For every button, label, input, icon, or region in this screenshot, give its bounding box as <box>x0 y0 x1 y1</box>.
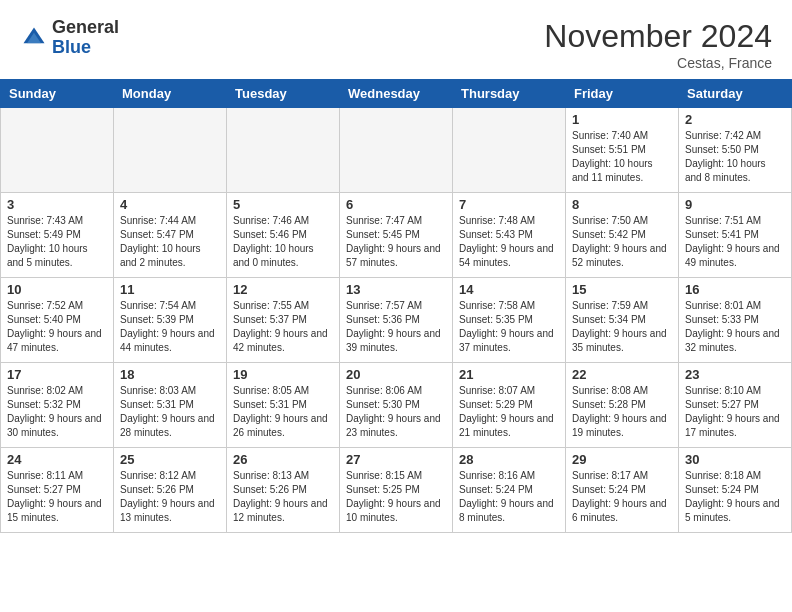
calendar-cell: 17Sunrise: 8:02 AM Sunset: 5:32 PM Dayli… <box>1 363 114 448</box>
logo-blue: Blue <box>52 37 91 57</box>
calendar-cell: 15Sunrise: 7:59 AM Sunset: 5:34 PM Dayli… <box>566 278 679 363</box>
day-number: 17 <box>7 367 107 382</box>
day-number: 20 <box>346 367 446 382</box>
day-number: 19 <box>233 367 333 382</box>
day-info: Sunrise: 7:43 AM Sunset: 5:49 PM Dayligh… <box>7 214 107 270</box>
day-number: 5 <box>233 197 333 212</box>
calendar-cell: 13Sunrise: 7:57 AM Sunset: 5:36 PM Dayli… <box>340 278 453 363</box>
day-info: Sunrise: 8:07 AM Sunset: 5:29 PM Dayligh… <box>459 384 559 440</box>
week-row-5: 24Sunrise: 8:11 AM Sunset: 5:27 PM Dayli… <box>1 448 792 533</box>
day-number: 18 <box>120 367 220 382</box>
day-info: Sunrise: 7:54 AM Sunset: 5:39 PM Dayligh… <box>120 299 220 355</box>
day-number: 15 <box>572 282 672 297</box>
day-info: Sunrise: 7:40 AM Sunset: 5:51 PM Dayligh… <box>572 129 672 185</box>
day-info: Sunrise: 8:16 AM Sunset: 5:24 PM Dayligh… <box>459 469 559 525</box>
day-info: Sunrise: 7:44 AM Sunset: 5:47 PM Dayligh… <box>120 214 220 270</box>
title-block: November 2024 Cestas, France <box>544 18 772 71</box>
calendar-cell: 2Sunrise: 7:42 AM Sunset: 5:50 PM Daylig… <box>679 108 792 193</box>
day-info: Sunrise: 8:13 AM Sunset: 5:26 PM Dayligh… <box>233 469 333 525</box>
calendar: SundayMondayTuesdayWednesdayThursdayFrid… <box>0 79 792 533</box>
day-number: 23 <box>685 367 785 382</box>
day-number: 4 <box>120 197 220 212</box>
day-number: 24 <box>7 452 107 467</box>
day-number: 2 <box>685 112 785 127</box>
calendar-cell: 9Sunrise: 7:51 AM Sunset: 5:41 PM Daylig… <box>679 193 792 278</box>
day-info: Sunrise: 7:50 AM Sunset: 5:42 PM Dayligh… <box>572 214 672 270</box>
day-info: Sunrise: 7:48 AM Sunset: 5:43 PM Dayligh… <box>459 214 559 270</box>
logo: General Blue <box>20 18 119 58</box>
day-info: Sunrise: 7:58 AM Sunset: 5:35 PM Dayligh… <box>459 299 559 355</box>
day-info: Sunrise: 7:42 AM Sunset: 5:50 PM Dayligh… <box>685 129 785 185</box>
day-info: Sunrise: 8:05 AM Sunset: 5:31 PM Dayligh… <box>233 384 333 440</box>
calendar-cell: 16Sunrise: 8:01 AM Sunset: 5:33 PM Dayli… <box>679 278 792 363</box>
day-number: 9 <box>685 197 785 212</box>
calendar-cell: 6Sunrise: 7:47 AM Sunset: 5:45 PM Daylig… <box>340 193 453 278</box>
location: Cestas, France <box>544 55 772 71</box>
logo-general: General <box>52 17 119 37</box>
calendar-cell: 27Sunrise: 8:15 AM Sunset: 5:25 PM Dayli… <box>340 448 453 533</box>
day-number: 29 <box>572 452 672 467</box>
week-row-1: 1Sunrise: 7:40 AM Sunset: 5:51 PM Daylig… <box>1 108 792 193</box>
day-header-thursday: Thursday <box>453 80 566 108</box>
logo-icon <box>20 24 48 52</box>
day-info: Sunrise: 7:51 AM Sunset: 5:41 PM Dayligh… <box>685 214 785 270</box>
calendar-cell: 20Sunrise: 8:06 AM Sunset: 5:30 PM Dayli… <box>340 363 453 448</box>
calendar-cell: 3Sunrise: 7:43 AM Sunset: 5:49 PM Daylig… <box>1 193 114 278</box>
day-header-monday: Monday <box>114 80 227 108</box>
day-info: Sunrise: 8:15 AM Sunset: 5:25 PM Dayligh… <box>346 469 446 525</box>
week-row-4: 17Sunrise: 8:02 AM Sunset: 5:32 PM Dayli… <box>1 363 792 448</box>
day-info: Sunrise: 8:03 AM Sunset: 5:31 PM Dayligh… <box>120 384 220 440</box>
day-info: Sunrise: 8:08 AM Sunset: 5:28 PM Dayligh… <box>572 384 672 440</box>
week-row-3: 10Sunrise: 7:52 AM Sunset: 5:40 PM Dayli… <box>1 278 792 363</box>
calendar-cell: 12Sunrise: 7:55 AM Sunset: 5:37 PM Dayli… <box>227 278 340 363</box>
day-header-saturday: Saturday <box>679 80 792 108</box>
day-info: Sunrise: 8:01 AM Sunset: 5:33 PM Dayligh… <box>685 299 785 355</box>
day-info: Sunrise: 7:47 AM Sunset: 5:45 PM Dayligh… <box>346 214 446 270</box>
day-info: Sunrise: 7:59 AM Sunset: 5:34 PM Dayligh… <box>572 299 672 355</box>
day-number: 7 <box>459 197 559 212</box>
calendar-cell: 7Sunrise: 7:48 AM Sunset: 5:43 PM Daylig… <box>453 193 566 278</box>
calendar-cell: 23Sunrise: 8:10 AM Sunset: 5:27 PM Dayli… <box>679 363 792 448</box>
day-info: Sunrise: 8:02 AM Sunset: 5:32 PM Dayligh… <box>7 384 107 440</box>
calendar-cell: 24Sunrise: 8:11 AM Sunset: 5:27 PM Dayli… <box>1 448 114 533</box>
month-title: November 2024 <box>544 18 772 55</box>
day-header-tuesday: Tuesday <box>227 80 340 108</box>
day-number: 30 <box>685 452 785 467</box>
day-info: Sunrise: 8:17 AM Sunset: 5:24 PM Dayligh… <box>572 469 672 525</box>
calendar-cell: 8Sunrise: 7:50 AM Sunset: 5:42 PM Daylig… <box>566 193 679 278</box>
day-info: Sunrise: 8:10 AM Sunset: 5:27 PM Dayligh… <box>685 384 785 440</box>
day-number: 28 <box>459 452 559 467</box>
day-number: 25 <box>120 452 220 467</box>
header: General Blue November 2024 Cestas, Franc… <box>0 0 792 79</box>
day-number: 11 <box>120 282 220 297</box>
week-row-2: 3Sunrise: 7:43 AM Sunset: 5:49 PM Daylig… <box>1 193 792 278</box>
calendar-cell: 1Sunrise: 7:40 AM Sunset: 5:51 PM Daylig… <box>566 108 679 193</box>
calendar-cell: 25Sunrise: 8:12 AM Sunset: 5:26 PM Dayli… <box>114 448 227 533</box>
calendar-cell: 4Sunrise: 7:44 AM Sunset: 5:47 PM Daylig… <box>114 193 227 278</box>
day-info: Sunrise: 8:18 AM Sunset: 5:24 PM Dayligh… <box>685 469 785 525</box>
day-info: Sunrise: 7:55 AM Sunset: 5:37 PM Dayligh… <box>233 299 333 355</box>
calendar-cell <box>453 108 566 193</box>
calendar-cell: 18Sunrise: 8:03 AM Sunset: 5:31 PM Dayli… <box>114 363 227 448</box>
day-number: 1 <box>572 112 672 127</box>
day-number: 6 <box>346 197 446 212</box>
day-info: Sunrise: 7:57 AM Sunset: 5:36 PM Dayligh… <box>346 299 446 355</box>
calendar-cell: 14Sunrise: 7:58 AM Sunset: 5:35 PM Dayli… <box>453 278 566 363</box>
day-info: Sunrise: 8:12 AM Sunset: 5:26 PM Dayligh… <box>120 469 220 525</box>
day-header-friday: Friday <box>566 80 679 108</box>
calendar-cell <box>227 108 340 193</box>
calendar-cell: 26Sunrise: 8:13 AM Sunset: 5:26 PM Dayli… <box>227 448 340 533</box>
day-number: 13 <box>346 282 446 297</box>
day-number: 8 <box>572 197 672 212</box>
day-number: 26 <box>233 452 333 467</box>
day-info: Sunrise: 7:52 AM Sunset: 5:40 PM Dayligh… <box>7 299 107 355</box>
calendar-cell: 22Sunrise: 8:08 AM Sunset: 5:28 PM Dayli… <box>566 363 679 448</box>
calendar-cell <box>1 108 114 193</box>
day-header-sunday: Sunday <box>1 80 114 108</box>
day-info: Sunrise: 7:46 AM Sunset: 5:46 PM Dayligh… <box>233 214 333 270</box>
calendar-cell: 10Sunrise: 7:52 AM Sunset: 5:40 PM Dayli… <box>1 278 114 363</box>
day-number: 3 <box>7 197 107 212</box>
day-number: 14 <box>459 282 559 297</box>
calendar-cell: 19Sunrise: 8:05 AM Sunset: 5:31 PM Dayli… <box>227 363 340 448</box>
day-number: 16 <box>685 282 785 297</box>
